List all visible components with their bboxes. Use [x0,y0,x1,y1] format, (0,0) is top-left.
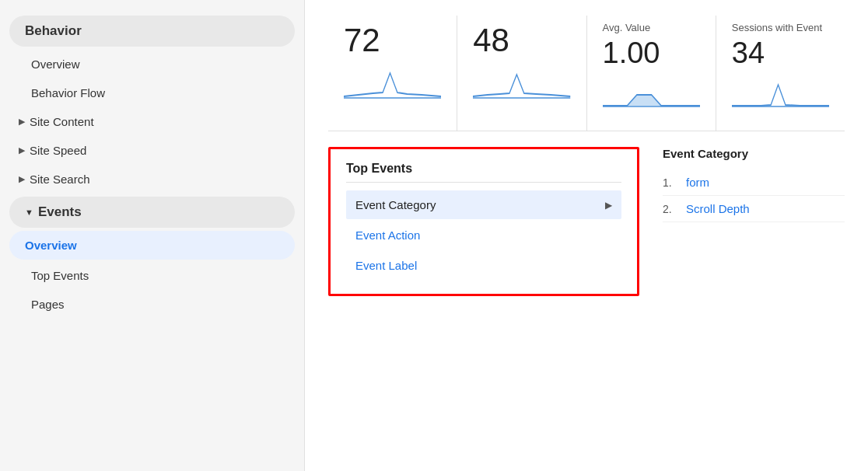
top-events-event-action[interactable]: Event Action [346,221,621,249]
sidebar-header-label: Behavior [25,23,82,39]
metric-card-2: 48 [457,16,586,131]
event-category-num-2: 2. [663,203,678,215]
sidebar-label-pages: Pages [31,298,65,311]
metric-value-1: 72 [344,22,441,59]
sidebar-label-site-content: Site Content [30,115,94,128]
metric-value-4: 34 [732,37,829,70]
mini-chart-3 [603,73,700,112]
metric-card-1: 72 [328,16,457,131]
sidebar-item-behavior-flow[interactable]: Behavior Flow [0,78,304,107]
expand-arrow-site-content: ▶ [19,117,25,127]
sidebar-label-behavior-flow: Behavior Flow [31,86,105,99]
sidebar-label-site-search: Site Search [30,173,90,186]
top-events-event-category[interactable]: Event Category ▶ [346,190,621,219]
sidebar-label-site-speed: Site Speed [30,144,86,157]
sidebar-item-site-search[interactable]: ▶ Site Search [0,165,304,194]
event-category-num-1: 1. [663,176,678,189]
event-category-link-1[interactable]: form [686,176,709,189]
sidebar: Behavior Overview Behavior Flow ▶ Site C… [0,0,305,471]
metric-card-4: Sessions with Event 34 [716,16,845,131]
expand-arrow-events: ▼ [25,208,33,217]
chevron-right-icon: ▶ [605,200,612,211]
bottom-row: Top Events Event Category ▶ Event Action… [328,147,845,296]
top-events-action-label: Event Action [355,229,420,242]
sidebar-label-overview: Overview [31,58,80,71]
metric-value-2: 48 [473,22,570,59]
metric-value-3: 1.00 [603,37,700,70]
event-category-link-2[interactable]: Scroll Depth [686,202,750,215]
sidebar-item-site-content[interactable]: ▶ Site Content [0,107,304,136]
expand-arrow-site-search: ▶ [19,174,25,184]
top-events-event-label[interactable]: Event Label [346,251,621,280]
top-events-title: Top Events [346,162,621,183]
sidebar-label-events: Events [38,204,82,220]
metric-card-3: Avg. Value 1.00 [587,16,716,131]
event-category-list: 1. form 2. Scroll Depth [663,169,845,222]
top-events-box: Top Events Event Category ▶ Event Action… [328,147,639,296]
metric-label-4: Sessions with Event [732,22,829,33]
event-category-panel: Event Category 1. form 2. Scroll Depth [663,147,845,222]
sidebar-item-overview-active[interactable]: Overview [9,231,295,260]
sidebar-label-overview-active: Overview [25,239,77,252]
top-events-category-label: Event Category [355,198,436,211]
metrics-row: 72 48 Avg. Value 1.00 S [328,16,845,131]
mini-chart-4 [732,73,829,112]
sidebar-item-top-events[interactable]: Top Events [0,261,304,290]
svg-marker-2 [603,95,700,106]
sidebar-item-overview[interactable]: Overview [0,50,304,78]
metric-label-3: Avg. Value [603,22,700,33]
event-category-item-1: 1. form [663,169,845,196]
sidebar-item-pages[interactable]: Pages [0,290,304,319]
expand-arrow-site-speed: ▶ [19,145,25,155]
top-events-label-label: Event Label [355,259,417,272]
event-category-heading: Event Category [663,147,845,160]
sidebar-behavior-header[interactable]: Behavior [9,16,295,47]
mini-chart-2 [473,65,570,104]
sidebar-label-top-events: Top Events [31,269,89,282]
mini-chart-1 [344,65,441,104]
sidebar-item-site-speed[interactable]: ▶ Site Speed [0,136,304,165]
main-content: 72 48 Avg. Value 1.00 S [305,0,868,471]
sidebar-item-events[interactable]: ▼ Events [9,197,295,228]
event-category-item-2: 2. Scroll Depth [663,196,845,222]
